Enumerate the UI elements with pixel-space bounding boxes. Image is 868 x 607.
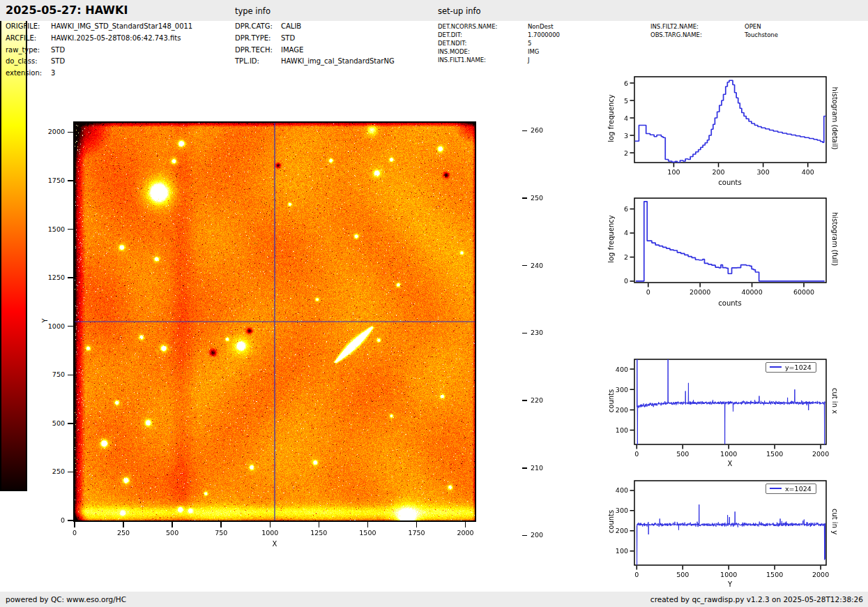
meta-row: INS.FILT2.NAME:OPEN [650,22,778,31]
meta-row: INS.FILT1.NAME:J [438,56,560,64]
hist-full-x-axis-label: counts [695,299,765,307]
meta-label: do_class: [6,56,51,68]
colorbar-tick [522,535,527,537]
cut-x-legend: y=1024 [766,362,816,373]
meta-row: DET.NDIT:5 [438,39,560,47]
colorbar-tick-label: 220 [531,396,558,405]
main-y-tick [68,180,73,181]
meta-value: J [528,57,530,63]
main-y-tick [68,520,73,521]
file-info-block: ORIGFILE:HAWKI_IMG_STD_StandardStar148_0… [6,21,192,80]
colorbar-tick-label: 230 [531,329,558,337]
meta-row: OBS.TARG.NAME:Touchstone [650,31,778,39]
cut-y-legend: x=1024 [766,484,816,494]
colorbar-tick [522,197,527,199]
meta-value: STD [51,46,65,54]
main-y-tick [68,423,73,424]
histogram-detail-plot [605,70,835,195]
main-y-tick-label: 0 [30,516,65,525]
main-y-tick-label: 1750 [30,177,65,185]
cut-y-y-axis-label: counts [607,480,615,564]
meta-label: DPR.TECH: [235,45,281,57]
colorbar-tick-label: 250 [531,194,558,202]
main-x-tick [270,522,271,527]
meta-label: ARCFILE: [6,33,51,45]
cut-x-side-title: cut in x [831,356,839,447]
main-x-tick [220,522,222,527]
meta-row: do_class:STD [6,56,192,68]
main-y-tick-label: 250 [30,467,65,476]
meta-row: INS.MODE:IMG [438,47,560,56]
main-y-tick [68,132,73,133]
main-x-tick-label: 1000 [252,529,287,537]
main-x-tick-label: 250 [106,529,141,537]
type-info-heading: type info [235,6,271,16]
header-bar: 2025-05-27: HAWKI type info set-up info [0,0,868,21]
meta-row: DET.DIT:1.7000000 [438,31,560,39]
setup-info-col1: DET.NCORRS.NAME:NonDestDET.DIT:1.7000000… [438,22,560,64]
main-x-tick [416,522,418,527]
colorbar-tick [522,467,527,469]
histogram-full-plot [605,191,835,317]
main-y-tick-label: 750 [30,370,65,379]
meta-row: ARCFILE:HAWKI.2025-05-28T08:06:42.743.fi… [6,33,192,45]
main-x-tick-label: 2000 [448,529,483,537]
cut-y-legend-label: x=1024 [785,485,812,493]
meta-row: DPR.TECH:IMAGE [235,45,395,57]
main-x-tick [123,522,124,527]
meta-label: ORIGFILE: [6,21,51,33]
main-y-tick [68,326,73,327]
colorbar-tick [522,130,527,132]
main-x-tick [172,522,173,527]
main-image [73,121,476,522]
main-x-tick [74,522,75,527]
legend-line-icon [770,366,782,368]
main-y-tick-label: 1500 [30,225,65,234]
meta-row: extension:3 [6,68,192,80]
meta-value: OPEN [745,23,761,30]
meta-row: DPR.CATG:CALIB [235,21,395,33]
hist-full-side-title: histogram (full) [831,194,839,285]
meta-label: raw_type: [6,45,51,57]
legend-line-icon [770,488,782,489]
main-y-tick-label: 2000 [30,128,65,136]
setup-info-col2: INS.FILT2.NAME:OPENOBS.TARG.NAME:Touchst… [650,22,778,39]
meta-label: DPR.TYPE: [235,33,281,45]
main-x-tick [465,522,466,527]
meta-row: DET.NCORRS.NAME:NonDest [438,22,560,31]
meta-row: raw_type:STD [6,45,192,57]
hist-detail-y-axis-label: log frequency [607,77,615,160]
main-x-tick [319,522,320,527]
footer-bar: powered by QC: www.eso.org/HC created by… [0,592,868,607]
setup-info-heading: set-up info [438,6,481,16]
meta-row: ORIGFILE:HAWKI_IMG_STD_StandardStar148_0… [6,21,192,33]
meta-value: IMG [528,48,539,55]
main-x-tick-label: 0 [57,529,92,537]
meta-value: HAWKI_IMG_STD_StandardStar148_0011 [51,22,192,30]
cut-y-side-title: cut in y [831,477,839,567]
meta-value: 5 [528,40,531,47]
main-x-axis-label: X [240,540,310,548]
meta-value: STD [51,57,65,65]
main-y-tick [68,229,73,230]
main-x-tick-label: 750 [204,529,238,537]
meta-label: DET.NDIT: [438,39,528,47]
cut-x-x-axis-label: X [695,460,765,467]
meta-value: Touchstone [745,31,778,38]
meta-label: INS.FILT1.NAME: [438,56,528,64]
meta-value: IMAGE [281,46,303,54]
meta-value: HAWKI_img_cal_StandardStarNG [281,57,395,65]
main-y-tick-label: 500 [30,419,65,428]
colorbar-tick [522,333,527,334]
meta-row: TPL.ID:HAWKI_img_cal_StandardStarNG [235,56,395,68]
footer-right-text: created by qc_rawdisp.py v1.2.3 on 2025-… [650,592,863,607]
main-y-tick [68,472,73,473]
colorbar-tick [522,400,527,401]
meta-label: DPR.CATG: [235,21,281,33]
hist-detail-side-title: histogram (detail) [831,73,839,164]
main-x-tick-label: 500 [155,529,190,537]
main-y-tick [68,375,73,376]
type-info-block: DPR.CATG:CALIBDPR.TYPE:STDDPR.TECH:IMAGE… [235,21,395,68]
meta-label: INS.MODE: [438,47,528,56]
meta-row: DPR.TYPE:STD [235,33,395,45]
